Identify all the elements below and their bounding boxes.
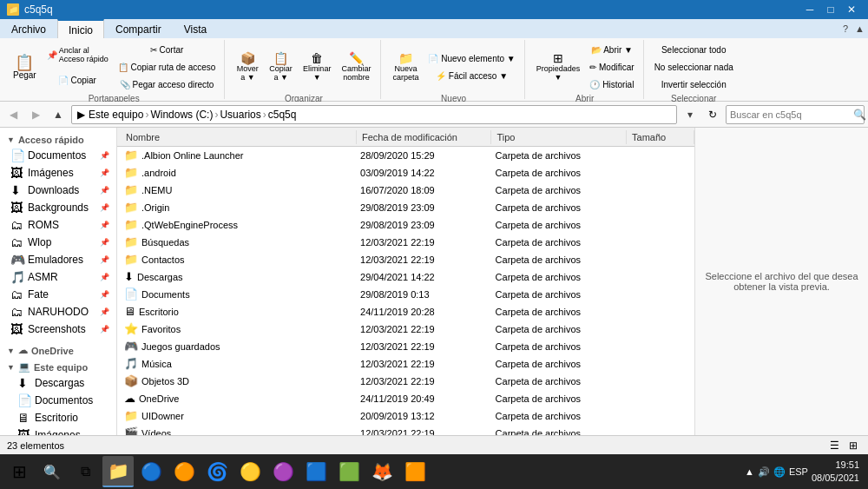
facil-acceso-button[interactable]: ⚡ Fácil acceso ▼ xyxy=(424,68,518,83)
tab-inicio[interactable]: Inicio xyxy=(57,19,104,38)
search-input[interactable] xyxy=(730,109,850,120)
breadcrumb-current[interactable]: c5q5q xyxy=(268,109,297,121)
este-equipo-section[interactable]: ▼ 💻 Este equipo xyxy=(0,358,116,374)
table-row[interactable]: 📦 Objetos 3D 12/03/2021 22:19 Carpeta de… xyxy=(117,373,694,390)
table-row[interactable]: 📁 Contactos 12/03/2021 22:19 Carpeta de … xyxy=(117,251,694,268)
network-icon[interactable]: 🌐 xyxy=(773,466,786,478)
grid-view-button[interactable]: ⊞ xyxy=(845,438,861,453)
ribbon-minimize-button[interactable]: ▲ xyxy=(855,23,865,34)
firefox-taskbar-button[interactable]: 🦊 xyxy=(366,456,398,487)
copiar2-button[interactable]: 📋 Copiara ▼ xyxy=(265,42,297,92)
table-row[interactable]: 📁 Búsquedas 12/03/2021 22:19 Carpeta de … xyxy=(117,234,694,251)
sidebar-item-imagenes[interactable]: 🖼 Imágenes 📌 xyxy=(0,164,116,182)
sidebar-item-naruhodo[interactable]: 🗂 NARUHODO 📌 xyxy=(0,303,116,320)
table-row[interactable]: 📄 Documents 29/08/2019 0:13 Carpeta de a… xyxy=(117,286,694,303)
close-button[interactable]: ✕ xyxy=(842,3,861,17)
chrome-taskbar-button[interactable]: 🔵 xyxy=(135,456,167,487)
table-row[interactable]: 🎬 Vídeos 12/03/2021 22:19 Carpeta de arc… xyxy=(117,425,694,435)
tab-archivo[interactable]: Archivo xyxy=(0,19,57,38)
dropdown-button[interactable]: ▾ xyxy=(681,105,700,124)
breadcrumb-windows[interactable]: Windows (C:) xyxy=(150,109,213,121)
onedrive-section[interactable]: ▼ ☁ OneDrive xyxy=(0,341,116,358)
abrir-button[interactable]: 📂 Abrir ▼ xyxy=(586,42,637,57)
table-row[interactable]: 📁 .NEMU 16/07/2020 18:09 Carpeta de arch… xyxy=(117,182,694,199)
breadcrumb[interactable]: ▶ Este equipo › Windows (C:) › Usuarios … xyxy=(71,105,677,124)
refresh-button[interactable]: ↻ xyxy=(703,105,722,124)
documentos-icon: 📄 xyxy=(10,149,24,162)
table-row[interactable]: ⭐ Favoritos 12/03/2021 22:19 Carpeta de … xyxy=(117,320,694,338)
sidebar-item-wlop[interactable]: 🗂 Wlop 📌 xyxy=(0,234,116,251)
app2-taskbar-button[interactable]: 🟦 xyxy=(300,456,332,487)
sidebar-item-pc-documentos[interactable]: 📄 Documentos xyxy=(0,392,116,409)
forward-button[interactable]: ▶ xyxy=(26,105,45,124)
sidebar-item-downloads[interactable]: ⬇ Downloads 📌 xyxy=(0,182,116,199)
sidebar-item-screenshots[interactable]: 🖼 Screenshots 📌 xyxy=(0,320,116,338)
breadcrumb-usuarios[interactable]: Usuarios xyxy=(220,109,260,121)
quick-access-section[interactable]: ▼ Acceso rápido xyxy=(0,131,116,147)
app4-taskbar-button[interactable]: 🟧 xyxy=(399,456,431,487)
help-button[interactable]: ? xyxy=(843,23,848,34)
nuevo-elemento-button[interactable]: 📄 Nuevo elemento ▼ xyxy=(424,50,518,66)
start-button[interactable]: ⊞ xyxy=(3,456,35,487)
table-row[interactable]: 📁 .android 03/09/2019 14:22 Carpeta de a… xyxy=(117,164,694,182)
table-row[interactable]: ⬇ Descargas 29/04/2021 14:22 Carpeta de … xyxy=(117,268,694,286)
powerpoint-taskbar-button[interactable]: 🟠 xyxy=(168,456,200,487)
tab-vista[interactable]: Vista xyxy=(173,19,218,38)
propiedades-button[interactable]: ⊞ Propiedades▼ xyxy=(532,42,585,92)
table-row[interactable]: 🎵 Música 12/03/2021 22:19 Carpeta de arc… xyxy=(117,355,694,373)
copiar-ruta-button[interactable]: 📋 Copiar ruta de acceso xyxy=(115,59,220,75)
table-row[interactable]: 📁 UIDowner 20/09/2019 13:12 Carpeta de a… xyxy=(117,407,694,425)
sidebar-item-pc-escritorio[interactable]: 🖥 Escritorio xyxy=(0,409,116,426)
sidebar-item-backgrounds[interactable]: 🖼 Backgrounds 📌 xyxy=(0,199,116,216)
edge-taskbar-button[interactable]: 🌀 xyxy=(201,456,233,487)
breadcrumb-equipo[interactable]: Este equipo xyxy=(89,109,143,121)
invertir-seleccion-button[interactable]: Invertir selección xyxy=(651,76,737,92)
search-taskbar-button[interactable]: 🔍 xyxy=(36,456,68,487)
up-button[interactable]: ▲ xyxy=(49,105,68,124)
mover-button[interactable]: 📦 Movera ▼ xyxy=(232,42,263,92)
sidebar-item-documentos[interactable]: 📄 Documentos 📌 xyxy=(0,147,116,164)
explorer-taskbar-button[interactable]: 📁 xyxy=(102,456,134,487)
table-row[interactable]: 🎮 Juegos guardados 12/03/2021 22:19 Carp… xyxy=(117,338,694,355)
tray-time[interactable]: 19:51 08/05/2021 xyxy=(812,459,859,486)
col-tipo[interactable]: Tipo xyxy=(491,130,627,144)
historial-button[interactable]: 🕐 Historial xyxy=(586,76,637,92)
no-seleccionar-button[interactable]: No seleccionar nada xyxy=(651,59,737,75)
anclar-button[interactable]: 📌 Anclar alAcceso rápido xyxy=(43,43,113,67)
table-row[interactable]: 📁 .QtWebEngineProcess 29/08/2019 23:09 C… xyxy=(117,216,694,234)
search-bar[interactable]: 🔍 xyxy=(726,105,865,124)
col-fecha[interactable]: Fecha de modificación xyxy=(357,130,492,144)
sidebar-item-asmr[interactable]: 🎵 ASMR 📌 xyxy=(0,268,116,286)
sidebar-item-roms[interactable]: 🗂 ROMS 📌 xyxy=(0,216,116,234)
seleccionar-todo-button[interactable]: Seleccionar todo xyxy=(651,42,737,57)
table-row[interactable]: ☁ OneDrive 24/11/2019 20:49 Carpeta de a… xyxy=(117,390,694,407)
sidebar-item-pc-descargas[interactable]: ⬇ Descargas xyxy=(0,374,116,392)
tab-compartir[interactable]: Compartir xyxy=(104,19,173,38)
sidebar-item-pc-imagenes[interactable]: 🖼 Imágenes xyxy=(0,426,116,435)
nueva-carpeta-button[interactable]: 📁 Nuevacarpeta xyxy=(388,42,423,92)
discord-taskbar-button[interactable]: 🟣 xyxy=(267,456,299,487)
pegar-button[interactable]: 📋 Pegar xyxy=(9,42,41,92)
table-row[interactable]: 📁 .Origin 29/08/2019 23:09 Carpeta de ar… xyxy=(117,199,694,216)
back-button[interactable]: ◀ xyxy=(3,105,23,124)
app3-taskbar-button[interactable]: 🟩 xyxy=(333,456,365,487)
taskview-button[interactable]: ⧉ xyxy=(69,456,101,487)
table-row[interactable]: 📁 .Albion Online Launcher 28/09/2020 15:… xyxy=(117,147,694,164)
cambiar-nombre-button[interactable]: ✏️ Cambiarnombre xyxy=(337,42,375,92)
app1-taskbar-button[interactable]: 🟡 xyxy=(234,456,266,487)
details-view-button[interactable]: ☰ xyxy=(826,438,842,453)
col-nombre[interactable]: Nombre xyxy=(121,130,357,144)
table-row[interactable]: 🖥 Escritorio 24/11/2019 20:28 Carpeta de… xyxy=(117,303,694,320)
copiar-button[interactable]: 📄 Copiar xyxy=(43,69,113,91)
col-tamano[interactable]: Tamaño xyxy=(627,130,694,144)
eliminar-button[interactable]: 🗑 Eliminar▼ xyxy=(299,42,336,92)
volume-icon[interactable]: 🔊 xyxy=(758,466,770,478)
expand-tray-icon[interactable]: ▲ xyxy=(745,466,754,477)
pegar-acceso-button[interactable]: 📎 Pegar acceso directo xyxy=(115,76,220,92)
cortar-button[interactable]: ✂ Cortar xyxy=(115,42,220,57)
sidebar-item-emuladores[interactable]: 🎮 Emuladores 📌 xyxy=(0,251,116,268)
sidebar-item-fate[interactable]: 🗂 Fate 📌 xyxy=(0,286,116,303)
modificar-button[interactable]: ✏ Modificar xyxy=(586,59,637,75)
minimize-button[interactable]: ─ xyxy=(800,3,819,17)
maximize-button[interactable]: □ xyxy=(821,3,840,17)
